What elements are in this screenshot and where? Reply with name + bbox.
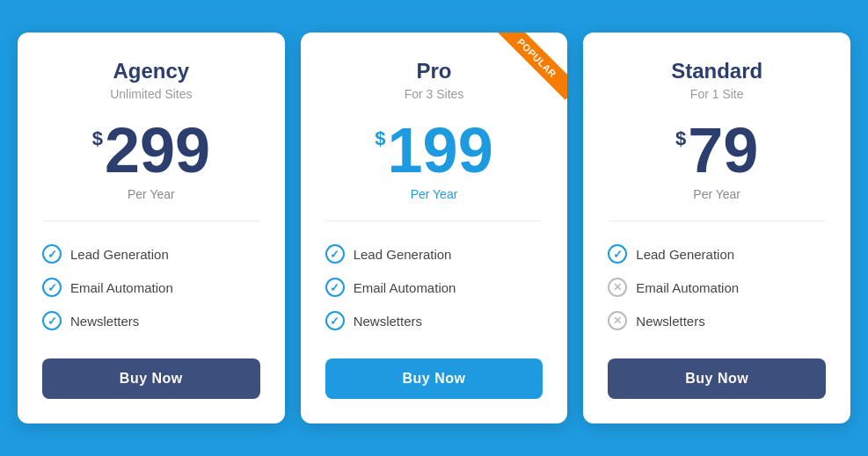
price-period-agency: Per Year [128,187,175,201]
price-currency-pro: $ [375,127,385,150]
buy-button-agency[interactable]: Buy Now [42,358,260,399]
divider-pro [325,221,543,221]
feature-label: Email Automation [354,280,456,295]
buy-button-pro[interactable]: Buy Now [325,358,543,399]
feature-icon-cross [608,311,627,330]
feature-item: Newsletters [608,304,826,337]
feature-label: Newsletters [70,314,139,329]
pricing-card-pro: POPULAR Pro For 3 Sites $ 199 Per Year L… [301,33,568,423]
price-period-pro: Per Year [411,187,458,201]
feature-icon-check [42,278,62,297]
plan-subtitle-standard: For 1 Site [690,87,744,101]
popular-badge: POPULAR [488,33,567,112]
features-list-agency: Lead Generation Email Automation Newslet… [42,237,260,337]
plan-name-agency: Agency [113,59,189,83]
feature-label: Email Automation [70,280,173,295]
feature-label: Lead Generation [636,247,734,262]
plan-name-standard: Standard [671,59,762,83]
feature-item: Newsletters [325,304,543,337]
feature-item: Lead Generation [42,237,260,271]
price-block-pro: $ 199 [375,119,492,182]
feature-item: Email Automation [325,271,543,304]
features-list-pro: Lead Generation Email Automation Newslet… [325,237,543,337]
pricing-card-agency: Agency Unlimited Sites $ 299 Per Year Le… [18,33,285,423]
feature-icon-check [608,244,627,264]
pricing-container: Agency Unlimited Sites $ 299 Per Year Le… [18,33,850,423]
price-block-standard: $ 79 [675,119,758,182]
plan-name-pro: Pro [417,59,452,83]
price-period-standard: Per Year [693,187,740,201]
feature-item: Email Automation [608,271,826,304]
price-currency-agency: $ [92,127,103,150]
feature-item: Lead Generation [608,237,826,271]
feature-item: Lead Generation [325,237,543,271]
price-amount-pro: 199 [388,119,493,182]
price-amount-agency: 299 [105,119,210,182]
feature-icon-cross [608,278,627,297]
divider-agency [42,221,260,221]
price-currency-standard: $ [675,127,686,150]
feature-item: Newsletters [42,304,260,337]
buy-button-standard[interactable]: Buy Now [608,358,826,399]
plan-subtitle-pro: For 3 Sites [405,87,464,101]
feature-label: Newsletters [354,314,422,329]
price-block-agency: $ 299 [92,119,210,182]
feature-item: Email Automation [42,271,260,304]
feature-icon-check [325,278,345,297]
pricing-card-standard: Standard For 1 Site $ 79 Per Year Lead G… [583,33,850,423]
popular-badge-label: POPULAR [495,33,567,100]
feature-label: Newsletters [636,314,704,329]
feature-label: Email Automation [636,280,739,295]
feature-icon-check [325,311,345,330]
feature-icon-check [42,311,62,330]
feature-icon-check [42,244,62,264]
price-amount-standard: 79 [688,119,758,182]
plan-subtitle-agency: Unlimited Sites [110,87,192,101]
features-list-standard: Lead Generation Email Automation Newslet… [608,237,826,337]
feature-label: Lead Generation [70,247,169,262]
feature-icon-check [325,244,345,264]
divider-standard [608,221,826,221]
feature-label: Lead Generation [354,247,452,262]
